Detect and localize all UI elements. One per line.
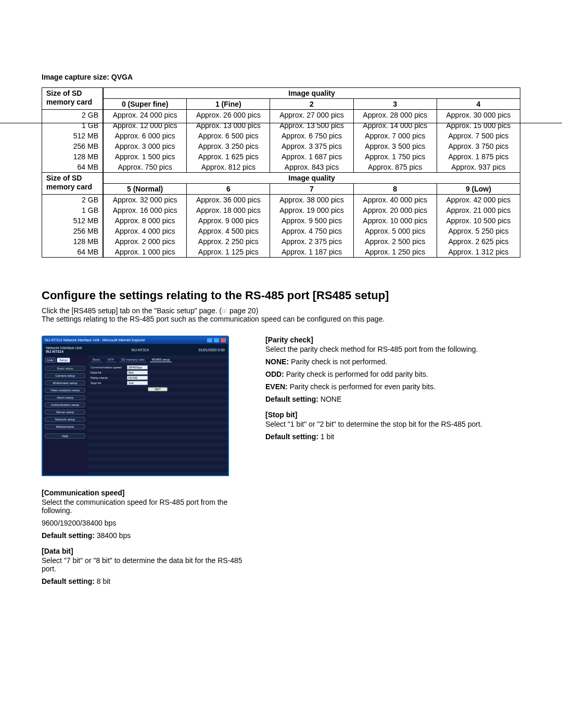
intro-text: Click the [RS485 setup] tab on the "Basi… xyxy=(42,306,520,323)
form-stopbit-label: Stop bit xyxy=(91,381,127,385)
databit-heading: [Data bit] xyxy=(42,547,250,555)
parity-even-label: EVEN: xyxy=(265,382,288,391)
hdr2-center: WJ-NT314 xyxy=(132,348,149,352)
set-button[interactable]: SET xyxy=(148,387,168,391)
parity-odd-text: Parity check is performed for odd parity… xyxy=(284,370,428,378)
sidebar-item-video-analytics[interactable]: Video analytics setup xyxy=(45,388,85,393)
qvga-table-1: Size of SD memory card Image quality 0 (… xyxy=(42,87,520,258)
t2-hdr-size-l2: memory card xyxy=(46,183,92,191)
hdr2-right: 01/01/2003 0:00 xyxy=(198,348,225,352)
t1-hdr-size-l1: Size of SD xyxy=(46,89,82,97)
sidebar-item-multiscreen-setup[interactable]: Multiscreen setup xyxy=(45,380,85,386)
sidebar-item-basic-setup[interactable]: Basic setup xyxy=(45,366,85,371)
close-icon[interactable] xyxy=(221,338,226,342)
window-title: WJ-NT314 Network Interface Unit - Micros… xyxy=(45,337,145,344)
sidebar-item-server-setup[interactable]: Server setup xyxy=(45,410,85,415)
databit-text: Select "7 bit" or "8 bit" to determine t… xyxy=(42,556,250,573)
form-databit-select[interactable]: 8bit xyxy=(127,371,148,375)
t1-hdr-size-l2: memory card xyxy=(46,98,92,106)
hdr2-left2: WJ-NT314 xyxy=(46,350,63,353)
comm-speed-values: 9600/19200/38400 bps xyxy=(42,519,250,527)
form-parity-select[interactable]: NONE xyxy=(127,376,148,380)
rs485-heading: Configure the settings relating to the R… xyxy=(42,289,520,302)
comm-speed-text: Select the communication speed for RS-48… xyxy=(42,498,250,515)
comm-default-label: Default setting: xyxy=(42,531,95,540)
table-row: 2 GB xyxy=(42,195,104,206)
table-row: 512 MB xyxy=(42,131,104,141)
table-row: 2 GB xyxy=(42,110,104,121)
stopbit-default-value: 1 bit xyxy=(318,432,334,441)
hdr2-left1: Network Interface Unit xyxy=(46,346,82,350)
main-tab-rs485[interactable]: RS485 setup xyxy=(150,357,172,362)
tab-setup[interactable]: Setup xyxy=(57,357,70,363)
table-row: 512 MB xyxy=(42,215,104,226)
main-tab-ntp[interactable]: NTP xyxy=(106,357,116,362)
t2-qcol-4: 9 (Low) xyxy=(437,184,520,195)
form-databit-label: Data bit xyxy=(91,371,127,374)
form-parity-label: Parity check xyxy=(91,376,127,379)
t2-qcol-3: 8 xyxy=(353,184,437,195)
t1-qcol-2: 2 xyxy=(270,99,353,110)
t2-hdr-size-l1: Size of SD xyxy=(46,174,82,182)
parity-default-label: Default setting: xyxy=(265,395,318,403)
table-row: 128 MB xyxy=(42,236,104,247)
pointer-icon: ☞ xyxy=(222,308,227,315)
sidebar-item-auth-setup[interactable]: Authentication setup xyxy=(45,402,85,407)
t2-hdr-iq: Image quality xyxy=(103,173,520,184)
sidebar-item-help[interactable]: Help xyxy=(45,433,85,439)
t2-qcol-2: 7 xyxy=(270,184,353,195)
top-divider xyxy=(0,123,562,123)
window-buttons xyxy=(207,337,226,344)
t1-hdr-iq: Image quality xyxy=(103,88,520,99)
t2-qcol-0: 5 (Normal) xyxy=(103,184,187,195)
sidebar-item-maintenance[interactable]: Maintenance xyxy=(45,424,85,429)
form-stopbit-select[interactable]: 1bit xyxy=(127,381,148,385)
comm-default-value: 38400 bps xyxy=(95,531,131,540)
sidebar-item-camera-setup[interactable]: Camera setup xyxy=(45,373,85,378)
form-comm-select[interactable]: 38400bps xyxy=(127,365,148,369)
rs485-screenshot: WJ-NT314 Network Interface Unit - Micros… xyxy=(42,336,229,476)
t1-qcol-0: 0 (Super fine) xyxy=(103,99,187,110)
parity-text: Select the parity check method for RS-48… xyxy=(265,345,520,353)
databit-default-value: 8 bit xyxy=(95,577,110,585)
sidebar-item-alarm-setup[interactable]: Alarm setup xyxy=(45,395,85,400)
stopbit-text: Select "1 bit" or "2 bit" to determine t… xyxy=(265,420,520,428)
t1-qcol-4: 4 xyxy=(437,99,520,110)
t1-qcol-3: 3 xyxy=(353,99,437,110)
sidebar-item-network-setup[interactable]: Network setup xyxy=(45,417,85,422)
stopbit-default-label: Default setting: xyxy=(265,432,318,441)
qvga-heading: Image capture size: QVGA xyxy=(42,73,520,81)
parity-default-value: NONE xyxy=(318,395,341,403)
table-row: 64 MB xyxy=(42,162,104,173)
table-row: 256 MB xyxy=(42,226,104,236)
table-row: 256 MB xyxy=(42,141,104,151)
stopbit-heading: [Stop bit] xyxy=(265,411,520,419)
table-row: 64 MB xyxy=(42,247,104,258)
databit-default-label: Default setting: xyxy=(42,577,95,585)
t1-qcol-1: 1 (Fine) xyxy=(187,99,270,110)
main-tab-sd[interactable]: SD memory card xyxy=(119,357,147,362)
maximize-icon[interactable] xyxy=(214,338,219,342)
tab-live[interactable]: Live xyxy=(45,357,56,363)
parity-none-label: NONE: xyxy=(265,357,289,366)
table-row: 1 GB xyxy=(42,205,104,215)
comm-speed-heading: [Communication speed] xyxy=(42,489,250,497)
t2-qcol-1: 6 xyxy=(187,184,270,195)
form-comm-label: Communication speed xyxy=(91,366,127,369)
parity-odd-label: ODD: xyxy=(265,370,284,378)
parity-none-text: Parity check is not performed. xyxy=(289,357,387,366)
minimize-icon[interactable] xyxy=(207,338,212,342)
main-tab-basic[interactable]: Basic xyxy=(91,357,103,362)
parity-even-text: Parity check is performed for even parit… xyxy=(288,382,436,391)
parity-heading: [Parity check] xyxy=(265,336,520,344)
table-row: 128 MB xyxy=(42,151,104,162)
table-row: 1 GB xyxy=(42,120,104,131)
